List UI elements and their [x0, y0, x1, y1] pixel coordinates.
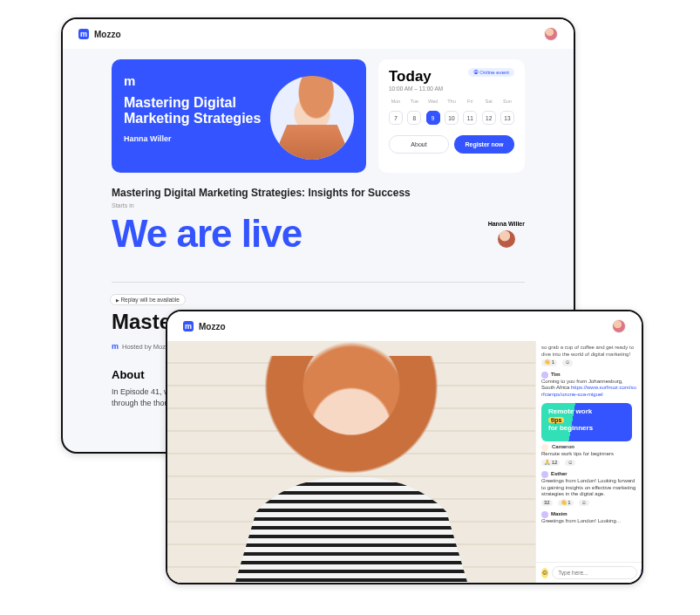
date-cell[interactable]: 11 [463, 111, 477, 125]
live-headline: We are live [112, 212, 302, 256]
brand-mark-icon: m [183, 321, 194, 331]
replay-pill: Replay will be available [110, 294, 186, 305]
chat-reactions[interactable]: 👋 1 ☺ [541, 359, 636, 366]
hero-title: Mastering Digital Marketing Strategies [124, 95, 262, 126]
avatar[interactable] [612, 319, 626, 333]
chat-username[interactable]: Maxim [541, 511, 636, 518]
topbar: m Mozzo [63, 19, 574, 49]
weekday-row: Mon Tue Wed Thu Fri Sat Sun [389, 99, 514, 104]
chat-message: Tim Coming to you from Johannesburg, Sou… [541, 372, 636, 399]
date-cell-active[interactable]: 9 [426, 111, 440, 125]
reaction[interactable]: 👋 1 [558, 500, 574, 507]
chat-username[interactable]: Tim [541, 372, 636, 379]
hero-host: Hanna Willer [124, 134, 262, 143]
emoji-icon[interactable]: ☺ [541, 568, 548, 578]
hero-card: m Mastering Digital Marketing Strategies… [112, 59, 366, 173]
chat-message: so grab a cup of coffee and get ready to… [541, 345, 636, 366]
send-button[interactable]: ➤ [641, 567, 643, 579]
brand-mark-icon: m [78, 29, 89, 39]
page-title: Mastering Digital Marketing Strategies: … [112, 187, 525, 199]
chat-composer: ☺ ➤ [536, 562, 642, 583]
date-cell[interactable]: 8 [407, 111, 421, 125]
host-brand-mark-icon: m [112, 342, 119, 351]
date-cell[interactable]: 12 [482, 111, 496, 125]
chat-stream[interactable]: so grab a cup of coffee and get ready to… [536, 341, 642, 562]
reaction-add-icon[interactable]: ☺ [579, 500, 589, 507]
weekday-label: Sun [500, 99, 514, 104]
weekday-label: Wed [426, 99, 440, 104]
chat-reactions[interactable]: 🙏 12 ☺ [541, 460, 636, 467]
chat-panel: so grab a cup of coffee and get ready to… [535, 341, 642, 583]
chat-input[interactable] [552, 566, 637, 579]
reaction-add-icon[interactable]: ☺ [565, 460, 575, 467]
date-cell[interactable]: 7 [389, 111, 403, 125]
date-cell[interactable]: 10 [445, 111, 459, 125]
schedule-today-label: Today [389, 68, 443, 85]
weekday-label: Thu [445, 99, 459, 104]
dates-row: 7 8 9 10 11 12 13 [389, 111, 514, 125]
live-window: m Mozzo so grab a cup of coffee and get … [166, 310, 643, 584]
chat-username[interactable]: Cameron [552, 444, 574, 451]
chat-message: Maxim Greetings from London! Looking… [541, 511, 636, 525]
chat-text: Greetings from London! Looking forward t… [541, 478, 635, 496]
chat-text: so grab a cup of coffee and get ready to… [541, 345, 634, 357]
host-avatar [498, 230, 515, 248]
chat-card-caption: Remote work tips for beginners [541, 451, 614, 456]
hero-brand-mark-icon: m [124, 73, 135, 88]
starts-in-label: Starts in [112, 202, 525, 208]
avatar[interactable] [544, 27, 558, 41]
reaction[interactable]: 👋 1 [541, 359, 557, 366]
weekday-label: Mon [389, 99, 403, 104]
chat-message: Esther Greetings from London! Looking fo… [541, 471, 636, 506]
about-button[interactable]: About [389, 135, 449, 154]
weekday-label: Sat [482, 99, 496, 104]
brand[interactable]: m Mozzo [78, 29, 121, 39]
brand[interactable]: m Mozzo [183, 321, 226, 331]
brand-name: Mozzo [94, 30, 121, 39]
reaction-add-icon[interactable]: ☺ [562, 359, 573, 366]
register-button[interactable]: Register now [454, 135, 514, 154]
date-cell[interactable]: 13 [500, 111, 514, 125]
topbar: m Mozzo [167, 311, 642, 341]
live-video[interactable] [167, 341, 535, 583]
online-event-badge: ⦿ Online event [468, 68, 514, 77]
chat-username[interactable]: Esther [541, 471, 636, 478]
host-chip[interactable]: Hanna Willer [488, 221, 525, 248]
reaction[interactable]: 32 [541, 500, 553, 507]
speaker-photo [270, 76, 354, 160]
schedule-time: 10:00 AM – 11:00 AM [389, 85, 443, 92]
section-divider [112, 282, 525, 283]
chat-reactions[interactable]: 32 👋 1 ☺ [541, 500, 636, 507]
weekday-label: Tue [407, 99, 421, 104]
brand-name: Mozzo [199, 322, 226, 331]
host-name: Hanna Willer [488, 221, 525, 227]
chat-text: Greetings from London! Looking… [541, 518, 622, 523]
schedule-card: Today 10:00 AM – 11:00 AM ⦿ Online event… [378, 59, 525, 173]
reaction[interactable]: 🙏 12 [541, 460, 560, 467]
chat-card-image: Remote work tips for beginners [541, 403, 632, 441]
chat-card[interactable]: Remote work tips for beginners Cameron R… [541, 403, 636, 466]
weekday-label: Fri [463, 99, 477, 104]
